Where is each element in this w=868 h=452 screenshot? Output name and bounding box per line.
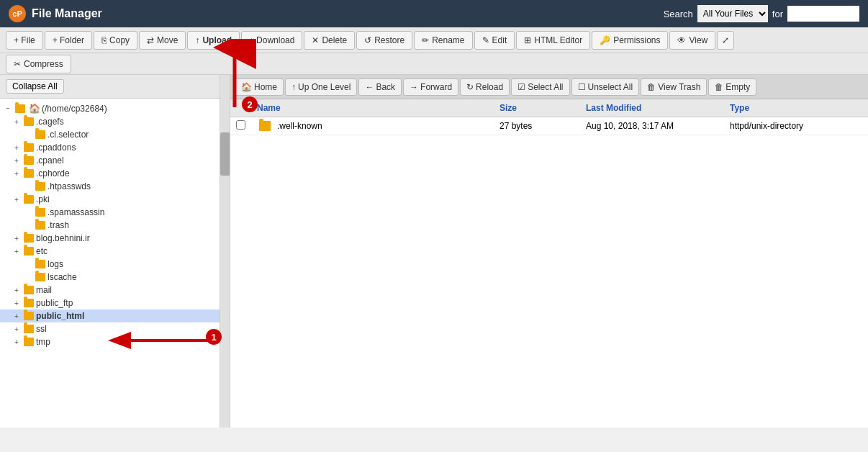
tree-item-cpaddons[interactable]: + .cpaddons [0,141,230,154]
up-one-level-button[interactable]: ↑ Up One Level [285,78,357,96]
expand-public-html[interactable]: + [12,311,22,321]
expand-blog[interactable]: + [12,233,22,243]
select-all-button[interactable]: ☑ Select All [511,78,569,96]
reload-label: Reload [476,82,503,92]
view-trash-button[interactable]: 🗑 View Trash [641,78,707,96]
restore-button[interactable]: ↺ Restore [356,31,412,50]
root-folder-icon [15,104,25,113]
sidebar-scrollbar[interactable] [220,75,230,428]
folder-icon-ssl [24,325,34,333]
permissions-icon: 🔑 [600,35,610,45]
expand-etc[interactable]: + [12,246,22,256]
expand-ssl[interactable]: + [12,324,22,334]
tree-item-cl-selector[interactable]: .cl.selector [0,128,230,141]
collapse-all-button[interactable]: Collapse All [6,79,64,94]
expand-cpanel[interactable]: + [12,155,22,166]
search-input[interactable] [787,6,859,22]
tree-item-pki[interactable]: + .pki [0,193,230,206]
file-type-cell: httpd/unix-directory [724,117,868,135]
unselect-all-button[interactable]: ☐ Unselect All [571,78,640,96]
html-editor-label: HTML Editor [534,35,582,45]
tree-item-ssl[interactable]: + ssl [0,322,230,335]
reload-icon: ↻ [466,82,474,92]
tree-item-htpasswds[interactable]: .htpasswds [0,180,230,193]
name-header-label: Name [257,103,281,113]
tree-item-spamassassin[interactable]: .spamassassin [0,206,230,219]
compress-button[interactable]: ✂ Compress [6,55,71,73]
tree-item-trash[interactable]: .trash [0,219,230,232]
back-icon: ← [365,82,374,92]
tree-label-etc: etc [36,246,48,256]
table-row[interactable]: .well-known 27 bytes Aug 10, 2018, 3:17 … [230,117,868,135]
folder-icon-cl-selector [35,130,45,139]
expand-cphorde[interactable]: + [12,168,22,178]
folder-icon-htpasswds [35,182,45,191]
expand-button[interactable]: ⤢ [717,31,734,50]
sidebar: Collapse All − 🏠 (/home/cp32684) + .cage… [0,75,230,428]
tree-item-public-html[interactable]: + public_html [0,309,230,322]
row-checkbox-cell[interactable] [230,117,251,135]
tree-root-item[interactable]: − 🏠 (/home/cp32684) [0,101,230,115]
expand-public-ftp[interactable]: + [12,298,22,308]
expand-pki[interactable]: + [12,194,22,204]
tree-item-cphorde[interactable]: + .cphorde [0,167,230,180]
tree-label-lscache: lscache [48,272,77,282]
rename-icon: ✏ [422,35,429,45]
folder-icon-cpaddons [24,143,34,152]
tree-item-public-ftp[interactable]: + public_ftp [0,297,230,309]
tree-label-cpaddons: .cpaddons [36,143,76,153]
tree-label-cl-selector: .cl.selector [48,130,89,140]
html-editor-button[interactable]: ⊞ HTML Editor [516,31,590,50]
folder-icon-etc [24,247,34,256]
delete-button[interactable]: ✕ Delete [304,31,355,50]
tree-root-label: (/home/cp32684) [42,104,107,114]
permissions-button[interactable]: 🔑 Permissions [592,31,668,50]
navigation-bar: 🏠 Home ↑ Up One Level ← Back → Forward ↻… [230,75,868,99]
edit-button[interactable]: ✎ Edit [474,31,515,50]
row-checkbox[interactable] [236,120,245,130]
expand-tmp[interactable]: + [12,337,22,347]
rename-button[interactable]: ✏ Rename [414,31,472,50]
empty-button[interactable]: 🗑 Empty [708,78,756,96]
copy-icon: ⎘ [101,35,107,45]
type-header[interactable]: Type [724,99,868,117]
file-name-label: .well-known [277,121,322,131]
back-button[interactable]: ← Back [358,78,402,96]
home-button[interactable]: 🏠 Home [235,78,284,96]
tree-item-mail[interactable]: + mail [0,284,230,297]
view-icon: 👁 [677,35,686,45]
tree-item-lscache[interactable]: lscache [0,271,230,284]
name-header[interactable]: Name [251,99,494,117]
edit-label: Edit [492,35,507,45]
restore-icon: ↺ [364,35,371,45]
tree-item-logs[interactable]: logs [0,258,230,271]
download-button[interactable]: ↓ Download [241,31,302,50]
tree-item-tmp[interactable]: + tmp [0,335,230,348]
up-icon: ↑ [291,82,296,92]
view-button[interactable]: 👁 View [669,31,715,50]
size-header[interactable]: Size [494,99,580,117]
copy-button[interactable]: ⎘ Copy [94,31,137,50]
tree-item-cpanel[interactable]: + .cpanel [0,154,230,167]
last-modified-header[interactable]: Last Modified [580,99,724,117]
tree-item-etc[interactable]: + etc [0,245,230,258]
upload-button[interactable]: ↑ Upload [187,31,240,50]
tree-expand-root[interactable]: − [3,104,13,114]
tree-item-cagefs[interactable]: + .cagefs [0,115,230,128]
forward-button[interactable]: → Forward [403,78,458,96]
new-folder-button[interactable]: + Folder [45,31,92,50]
tree-label-cagefs: .cagefs [36,117,64,127]
scrollbar-thumb[interactable] [220,132,230,176]
expand-mail[interactable]: + [12,285,22,295]
tree-item-blog[interactable]: + blog.behnini.ir [0,232,230,245]
reload-button[interactable]: ↻ Reload [460,78,510,96]
search-scope-select[interactable]: All Your Files [697,5,768,22]
move-button[interactable]: ⇄ Move [139,31,186,50]
header-search: Search All Your Files for [664,5,859,22]
expand-cagefs[interactable]: + [12,117,22,127]
expand-cpaddons[interactable]: + [12,143,22,153]
folder-icon-blog [24,234,34,243]
new-file-button[interactable]: + File [6,31,43,50]
folder-icon-public-ftp [24,299,34,307]
file-name-cell[interactable]: .well-known [251,117,494,135]
